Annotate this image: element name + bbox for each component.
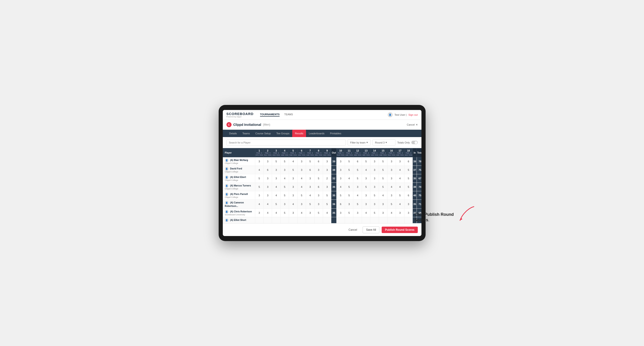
nav-tournaments[interactable]: TOURNAMENTS <box>260 113 280 117</box>
score-cell[interactable]: 6 <box>404 157 413 166</box>
toggle-switch[interactable] <box>411 141 418 144</box>
score-cell[interactable]: 3 <box>336 209 345 217</box>
score-cell[interactable]: 4 <box>264 209 272 217</box>
score-cell[interactable]: 3 <box>289 183 298 191</box>
score-cell[interactable]: 3 <box>404 200 413 209</box>
score-cell[interactable]: 3 <box>264 191 272 200</box>
score-cell[interactable]: 5 <box>345 157 354 166</box>
score-cell[interactable]: 4 <box>387 183 396 191</box>
score-cell[interactable]: 4 <box>387 209 396 217</box>
score-cell[interactable]: 5 <box>354 200 362 209</box>
score-cell[interactable]: 6 <box>314 183 323 191</box>
score-cell[interactable]: 5 <box>404 166 413 174</box>
score-cell[interactable]: 5 <box>345 166 354 174</box>
score-cell[interactable]: 3 <box>387 157 396 166</box>
score-cell[interactable]: 3 <box>336 157 345 166</box>
score-cell[interactable] <box>323 217 331 223</box>
score-cell[interactable]: 4 <box>289 157 298 166</box>
score-cell[interactable]: 5 <box>379 183 387 191</box>
score-cell[interactable]: 5 <box>280 183 289 191</box>
score-cell[interactable]: 4 <box>272 191 280 200</box>
score-cell[interactable]: 4 <box>396 200 404 209</box>
score-cell[interactable]: 3 <box>306 174 314 183</box>
score-cell[interactable] <box>264 217 272 223</box>
publish-round-scores-button[interactable]: Publish Round Scores <box>382 227 418 233</box>
cancel-button[interactable]: Cancel <box>345 227 360 233</box>
score-cell[interactable]: 4 <box>396 174 404 183</box>
score-cell[interactable] <box>306 217 314 223</box>
score-cell[interactable]: 3 <box>255 157 264 166</box>
score-cell[interactable]: 3 <box>336 166 345 174</box>
score-cell[interactable]: 4 <box>323 209 331 217</box>
score-cell[interactable]: 3 <box>255 191 264 200</box>
score-cell[interactable]: 5 <box>345 183 354 191</box>
score-cell[interactable]: 5 <box>404 183 413 191</box>
score-cell[interactable]: 4 <box>297 209 306 217</box>
score-cell[interactable]: 5 <box>336 191 345 200</box>
score-cell[interactable] <box>354 217 362 223</box>
score-cell[interactable]: 3 <box>362 191 370 200</box>
score-cell[interactable]: 5 <box>280 191 289 200</box>
score-cell[interactable]: 3 <box>354 209 362 217</box>
score-cell[interactable]: 4 <box>264 200 272 209</box>
score-cell[interactable]: 6 <box>404 191 413 200</box>
score-cell[interactable]: 4 <box>255 200 264 209</box>
tab-results[interactable]: Results <box>292 130 306 137</box>
score-cell[interactable]: 6 <box>264 166 272 174</box>
score-cell[interactable] <box>396 217 404 223</box>
score-cell[interactable]: 5 <box>289 166 298 174</box>
score-cell[interactable]: 4 <box>336 183 345 191</box>
score-cell[interactable]: 3 <box>370 166 379 174</box>
score-cell[interactable] <box>280 217 289 223</box>
score-cell[interactable]: 3 <box>370 200 379 209</box>
score-cell[interactable]: 4 <box>354 191 362 200</box>
score-cell[interactable]: 3 <box>323 157 331 166</box>
score-cell[interactable]: 6 <box>306 166 314 174</box>
score-cell[interactable]: 5 <box>345 209 354 217</box>
score-cell[interactable]: 3 <box>280 166 289 174</box>
score-cell[interactable]: 4 <box>297 183 306 191</box>
score-cell[interactable]: 3 <box>264 157 272 166</box>
score-cell[interactable] <box>362 217 370 223</box>
score-cell[interactable]: 3 <box>272 166 280 174</box>
score-cell[interactable]: 6 <box>336 200 345 209</box>
score-cell[interactable]: 3 <box>336 174 345 183</box>
score-cell[interactable]: 3 <box>314 200 323 209</box>
score-cell[interactable]: 5 <box>396 191 404 200</box>
score-cell[interactable]: 5 <box>354 166 362 174</box>
tab-teams[interactable]: Teams <box>240 130 252 137</box>
score-cell[interactable]: 3 <box>297 157 306 166</box>
score-cell[interactable]: 4 <box>345 174 354 183</box>
score-cell[interactable]: 4 <box>362 209 370 217</box>
score-cell[interactable]: 5 <box>255 174 264 183</box>
score-cell[interactable]: 4 <box>396 166 404 174</box>
score-cell[interactable]: 3 <box>297 200 306 209</box>
score-cell[interactable] <box>289 217 298 223</box>
score-cell[interactable]: 3 <box>370 183 379 191</box>
save-all-button[interactable]: Save All <box>362 226 379 233</box>
score-cell[interactable]: 4 <box>297 174 306 183</box>
totals-only-toggle[interactable]: Totals Only <box>397 141 418 144</box>
score-cell[interactable]: 3 <box>345 200 354 209</box>
nav-teams[interactable]: TEAMS <box>284 113 293 117</box>
score-cell[interactable]: 3 <box>387 191 396 200</box>
score-cell[interactable]: 4 <box>272 183 280 191</box>
score-cell[interactable]: 3 <box>379 209 387 217</box>
score-cell[interactable]: 3 <box>289 174 298 183</box>
score-cell[interactable]: 3 <box>289 209 298 217</box>
score-cell[interactable]: 5 <box>272 200 280 209</box>
score-cell[interactable] <box>387 217 396 223</box>
tab-details[interactable]: Details <box>226 130 240 137</box>
score-cell[interactable]: 2 <box>323 174 331 183</box>
score-cell[interactable] <box>255 217 264 223</box>
score-cell[interactable]: 5 <box>272 157 280 166</box>
tab-tee-groups[interactable]: Tee Groups <box>274 130 292 137</box>
score-cell[interactable] <box>336 217 345 223</box>
score-cell[interactable]: 3 <box>272 174 280 183</box>
score-cell[interactable]: 3 <box>379 200 387 209</box>
score-cell[interactable]: 5 <box>379 174 387 183</box>
round-select[interactable]: Round 3 ▾ <box>372 139 396 146</box>
score-cell[interactable]: 3 <box>387 174 396 183</box>
score-cell[interactable]: 5 <box>314 174 323 183</box>
score-cell[interactable]: 5 <box>280 157 289 166</box>
